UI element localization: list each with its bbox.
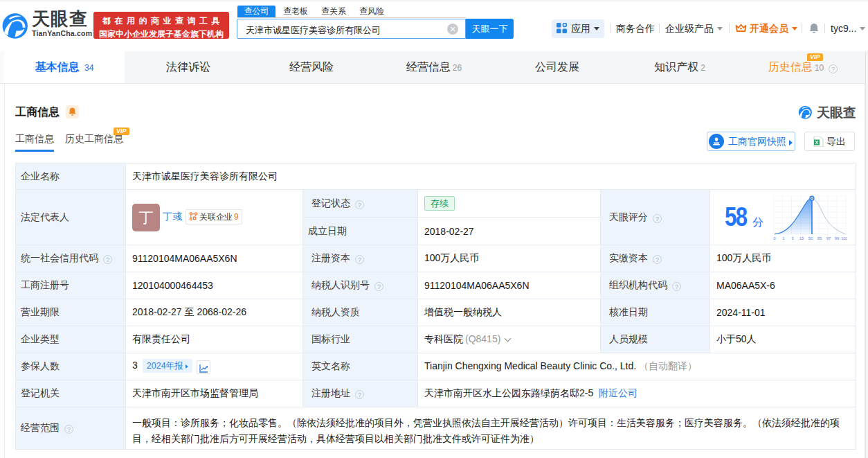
svg-text:97: 97 xyxy=(826,236,831,240)
svg-text:100: 100 xyxy=(841,236,847,240)
svg-text:50: 50 xyxy=(808,236,813,240)
svg-text:3: 3 xyxy=(791,236,794,240)
svg-text:85: 85 xyxy=(817,236,822,240)
svg-text:1: 1 xyxy=(782,236,785,240)
svg-text:0: 0 xyxy=(773,236,776,240)
svg-text:99: 99 xyxy=(835,236,840,240)
svg-text:15: 15 xyxy=(799,236,804,240)
